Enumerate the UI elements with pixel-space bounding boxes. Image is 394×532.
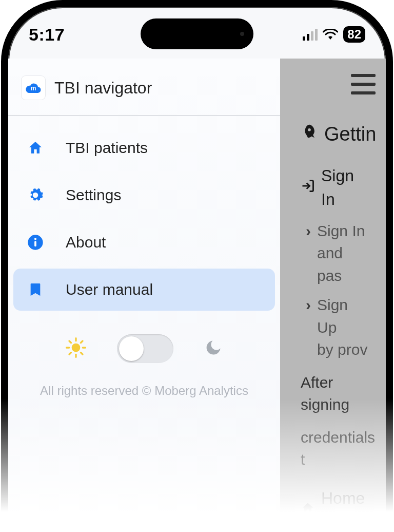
theme-toggle-row — [8, 322, 280, 368]
svg-line-11 — [69, 353, 71, 355]
toggle-knob — [119, 336, 144, 361]
dynamic-island — [141, 18, 253, 49]
svg-point-3 — [34, 238, 36, 240]
drawer-header: m TBI navigator — [8, 59, 280, 116]
gear-icon — [26, 187, 45, 203]
hamburger-menu-button[interactable] — [351, 74, 376, 94]
app-logo-icon: m — [22, 76, 45, 100]
bookmark-icon — [26, 281, 45, 298]
svg-text:m: m — [31, 85, 36, 92]
svg-line-12 — [81, 341, 83, 343]
scrim-overlay[interactable] — [280, 59, 386, 532]
status-time: 5:17 — [29, 25, 65, 45]
app-title: TBI navigator — [54, 79, 152, 98]
navigation-drawer: m TBI navigator TBI patients — [8, 59, 280, 532]
menu: TBI patients Settings About — [8, 116, 280, 322]
status-right: 82 — [303, 26, 365, 43]
footer-copyright: All rights reserved © Moberg Analytics — [8, 368, 280, 413]
svg-line-9 — [69, 341, 71, 343]
sidebar-item-settings[interactable]: Settings — [13, 174, 275, 216]
info-icon — [26, 234, 45, 251]
sidebar-item-label: Settings — [66, 186, 121, 204]
sidebar-item-label: TBI patients — [66, 139, 148, 157]
svg-line-10 — [81, 353, 83, 355]
battery-badge: 82 — [343, 26, 365, 43]
phone-frame: 5:17 82 — [1, 0, 393, 532]
svg-rect-2 — [34, 241, 36, 246]
sidebar-item-label: User manual — [66, 281, 153, 298]
sidebar-item-label: About — [66, 234, 106, 251]
screen: Gettin Sign In › Sign In and pas — [8, 7, 386, 532]
sidebar-item-about[interactable]: About — [13, 221, 275, 263]
moon-icon — [204, 338, 223, 359]
sidebar-item-user-manual[interactable]: User manual — [13, 269, 275, 311]
stage: 5:17 82 — [0, 0, 394, 532]
sidebar-item-patients[interactable]: TBI patients — [13, 127, 275, 169]
cellular-signal-icon — [303, 29, 318, 41]
svg-point-4 — [72, 344, 81, 352]
theme-toggle[interactable] — [117, 334, 173, 363]
battery-percent: 82 — [347, 27, 361, 42]
home-icon — [26, 140, 45, 156]
wifi-icon — [323, 29, 338, 40]
sun-icon — [66, 337, 86, 360]
